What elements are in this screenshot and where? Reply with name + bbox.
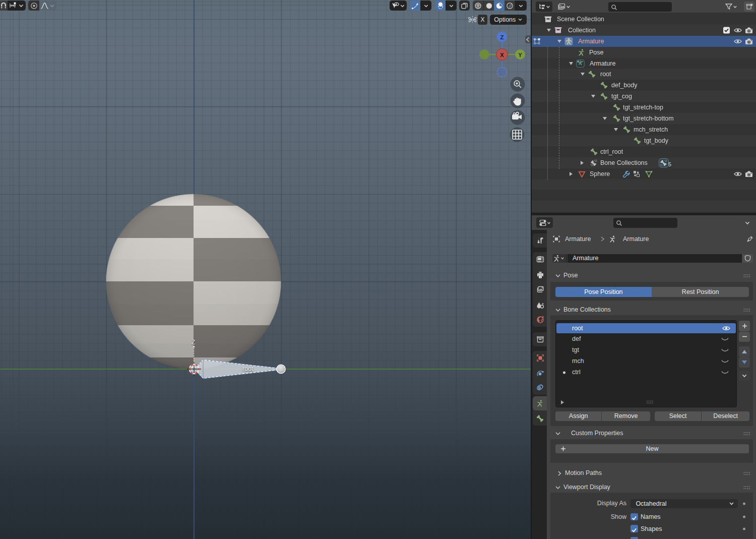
svg-text:Z: Z: [192, 339, 195, 346]
svg-text:Y: Y: [518, 52, 522, 58]
svg-text:root: root: [242, 366, 254, 373]
svg-text:Z: Z: [500, 34, 503, 40]
svg-text:X: X: [500, 52, 504, 58]
